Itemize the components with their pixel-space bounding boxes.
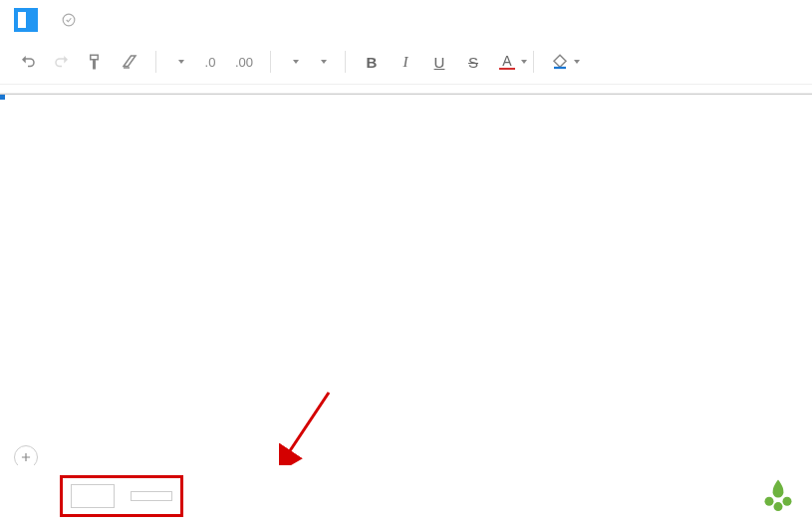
spreadsheet-grid[interactable] xyxy=(0,94,812,432)
watermark xyxy=(760,476,802,512)
toolbar-separator xyxy=(155,51,156,73)
svg-point-2 xyxy=(765,497,774,506)
chevron-down-icon xyxy=(521,60,527,64)
toolbar-separator xyxy=(270,51,271,73)
add-rows-button[interactable] xyxy=(131,491,172,501)
app-logo xyxy=(14,8,38,32)
format-painter-button[interactable] xyxy=(82,48,110,76)
chevron-down-icon xyxy=(321,60,327,64)
underline-button[interactable]: U xyxy=(425,48,453,76)
check-circle-icon xyxy=(62,13,76,27)
bold-button[interactable]: B xyxy=(358,48,386,76)
undo-button[interactable] xyxy=(14,48,42,76)
watermark-icon xyxy=(760,476,796,512)
clear-format-button[interactable] xyxy=(116,48,143,76)
active-cell-outline xyxy=(0,95,4,99)
add-rows-highlight xyxy=(60,475,183,517)
italic-button[interactable]: I xyxy=(392,48,419,76)
svg-point-4 xyxy=(774,502,783,511)
toolbar-separator xyxy=(345,51,346,73)
redo-button[interactable] xyxy=(48,48,76,76)
fill-color-button[interactable] xyxy=(546,48,574,76)
cell-reference[interactable] xyxy=(0,85,812,94)
font-color-button[interactable]: A xyxy=(493,48,521,76)
svg-point-3 xyxy=(783,497,792,506)
increase-decimal-button[interactable]: .00 xyxy=(230,48,258,76)
number-format-dropdown[interactable] xyxy=(168,60,190,64)
add-rows-count-input[interactable] xyxy=(71,484,115,508)
strikethrough-button[interactable]: S xyxy=(459,48,487,76)
chevron-down-icon xyxy=(178,60,184,64)
font-size-dropdown[interactable] xyxy=(311,60,333,64)
toolbar-separator xyxy=(533,51,534,73)
chevron-down-icon xyxy=(293,60,299,64)
save-status[interactable] xyxy=(62,13,84,27)
decrease-decimal-button[interactable]: .0 xyxy=(196,48,224,76)
plus-circle-icon xyxy=(19,450,33,464)
chevron-down-icon xyxy=(574,60,580,64)
svg-point-0 xyxy=(63,14,75,26)
font-family-dropdown[interactable] xyxy=(283,60,305,64)
